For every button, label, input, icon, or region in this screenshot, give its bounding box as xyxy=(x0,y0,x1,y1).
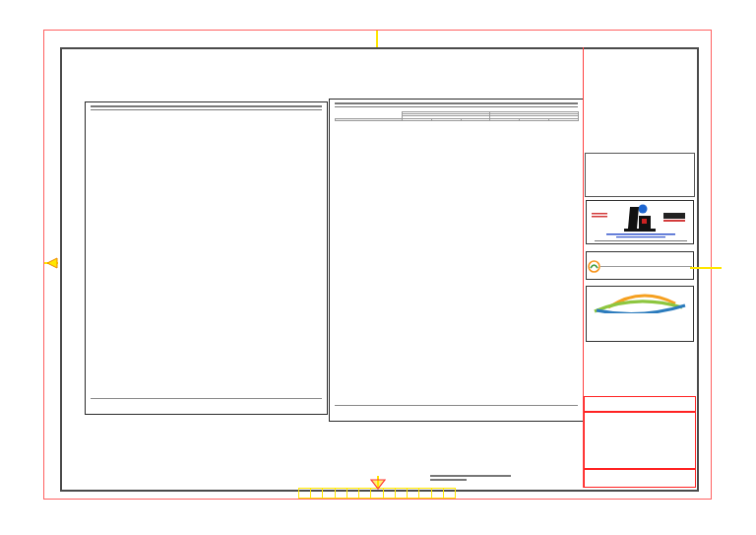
contractor-contact-line xyxy=(600,266,692,268)
left-arrow-marker[interactable] xyxy=(44,257,59,269)
sufooh-logo-icon xyxy=(588,260,600,273)
titleblock-grid xyxy=(584,469,696,488)
annotation-line xyxy=(430,479,467,481)
consultant-logo-box xyxy=(586,200,694,244)
titleblock-grid xyxy=(584,396,696,412)
mep-contractor-box xyxy=(586,251,694,280)
consultant-stamp-logo-icon xyxy=(587,201,695,243)
contractor-grip-line[interactable] xyxy=(690,267,722,269)
design-load-summary-page[interactable] xyxy=(329,99,584,422)
doc-footer xyxy=(335,405,578,407)
title-block xyxy=(583,47,696,488)
titleblock-grid xyxy=(584,412,696,469)
annotation-line xyxy=(430,475,511,477)
owner-logo-box xyxy=(586,286,694,342)
air-system-sizing-summary-page[interactable] xyxy=(85,101,328,415)
revision-table xyxy=(585,153,695,197)
doc-info-block xyxy=(91,107,322,110)
zone-loads-col-header xyxy=(336,118,403,120)
bottom-arrow-marker[interactable] xyxy=(370,479,386,491)
doc-footer xyxy=(91,398,322,400)
top-yellow-grip-marker[interactable] xyxy=(376,31,378,47)
design-load-table xyxy=(335,111,579,121)
doc-info-block xyxy=(335,104,578,107)
rak-swoosh-icon xyxy=(587,288,693,313)
